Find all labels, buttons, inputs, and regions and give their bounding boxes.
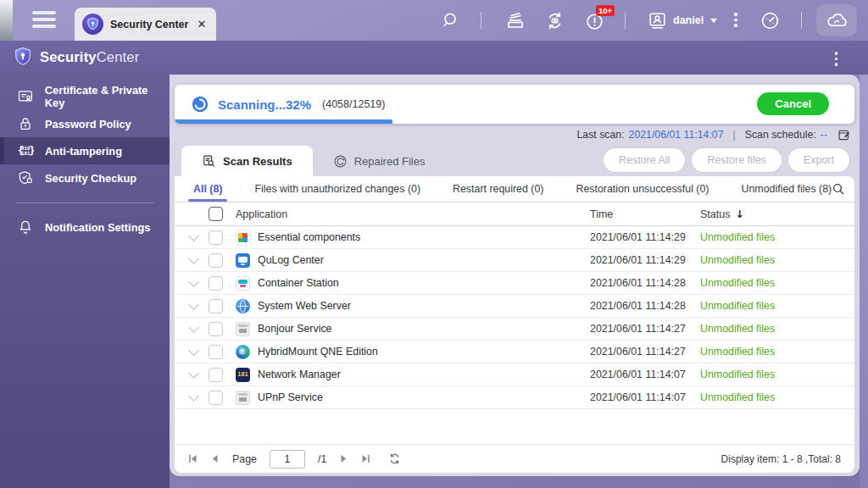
lock-icon [17, 115, 34, 132]
tab-repaired-files[interactable]: Repaired Files [313, 146, 446, 176]
table-row[interactable]: Network Manager 2021/06/01 11:14:07 Unmo… [175, 363, 854, 386]
row-checkbox[interactable] [209, 253, 223, 268]
row-checkbox[interactable] [209, 391, 223, 405]
last-page-icon[interactable] [361, 454, 370, 463]
scan-info-row: Last scan: 2021/06/01 11:14:07 | Scan sc… [577, 128, 851, 141]
sidebar-item-password-policy[interactable]: Password Policy [0, 110, 170, 137]
expand-row-chevron-icon[interactable] [188, 368, 199, 379]
table-search-icon[interactable] [832, 176, 845, 202]
table-empty-space [175, 409, 854, 444]
time-cell: 2021/06/01 11:14:29 [590, 254, 700, 266]
application-cell: UPnP Service [236, 391, 590, 405]
app-icon [236, 253, 250, 268]
row-checkbox[interactable] [209, 299, 223, 313]
expand-row-chevron-icon[interactable] [188, 276, 199, 287]
action-buttons: Restore AllRestore filesExport [604, 148, 854, 176]
tab-scan-results[interactable]: Scan Results [181, 146, 313, 176]
svg-text:010: 010 [21, 146, 31, 151]
application-name: Network Manager [258, 369, 341, 380]
action-button[interactable]: Export [788, 148, 849, 172]
app-icon [236, 276, 250, 291]
sort-desc-icon[interactable]: ↓ [735, 208, 743, 220]
row-checkbox[interactable] [209, 368, 223, 382]
status-cell: Unmodified files [700, 391, 854, 403]
row-checkbox[interactable] [209, 276, 223, 291]
expand-row-chevron-icon[interactable] [188, 253, 199, 264]
expand-row-chevron-icon[interactable] [188, 322, 199, 333]
column-time[interactable]: Time [590, 208, 700, 220]
table-row[interactable]: HybridMount QNE Edition 2021/06/01 11:14… [175, 341, 854, 363]
sidebar-item-anti-tampering[interactable]: { } 010 101 Anti-tampering [0, 137, 170, 164]
select-all-checkbox[interactable] [209, 207, 223, 221]
action-button[interactable]: Restore files [692, 148, 781, 172]
sync-icon[interactable] [544, 10, 565, 31]
user-name[interactable]: daniel [673, 14, 704, 26]
table-row[interactable]: QuLog Center 2021/06/01 11:14:29 Unmodif… [175, 249, 854, 272]
expand-row-chevron-icon[interactable] [188, 391, 199, 402]
row-checkbox[interactable] [209, 345, 223, 359]
filter-tab[interactable]: Unmodified files (8) [742, 176, 832, 202]
close-tab-icon[interactable]: ✕ [197, 18, 206, 30]
row-checkbox[interactable] [209, 230, 223, 245]
sidebar-item-security-checkup[interactable]: Security Checkup [0, 164, 170, 191]
scanning-spinner-icon [192, 96, 209, 113]
application-name: Bonjour Service [258, 323, 331, 335]
application-cell: HybridMount QNE Edition [236, 345, 590, 359]
resource-monitor-icon[interactable] [760, 10, 781, 31]
application-cell: Essential components [236, 230, 590, 245]
row-checkbox[interactable] [209, 322, 223, 336]
column-status[interactable]: Status ↓ [700, 208, 854, 220]
taskbar-divider [481, 12, 481, 29]
page-number-input[interactable] [270, 450, 305, 469]
refresh-icon[interactable] [388, 452, 401, 465]
more-options-icon[interactable] [734, 13, 737, 27]
sidebar-item-notification-settings[interactable]: Notification Settings [0, 214, 170, 241]
taskbar-tab-security-center[interactable]: Security Center ✕ [75, 8, 216, 41]
background-tasks-icon[interactable] [505, 10, 526, 30]
action-button[interactable]: Restore All [604, 148, 685, 172]
app-title: SecurityCenter [40, 49, 139, 65]
filter-tabs: All (8)Files with unauthorized changes (… [175, 176, 854, 202]
user-menu-caret-icon[interactable] [710, 19, 717, 23]
filter-tab[interactable]: Files with unauthorized changes (0) [254, 176, 420, 202]
page-label: Page [232, 453, 257, 465]
edit-schedule-icon[interactable] [837, 128, 851, 141]
column-application[interactable]: Application [236, 208, 590, 220]
time-cell: 2021/06/01 11:14:27 [590, 346, 700, 358]
user-icon[interactable] [647, 10, 668, 31]
expand-row-chevron-icon[interactable] [188, 345, 199, 356]
filter-tab[interactable]: Restoration unsuccessful (0) [576, 176, 709, 202]
filter-tab[interactable]: All (8) [193, 176, 222, 202]
sidebar-divider [15, 202, 154, 203]
time-cell: 2021/06/01 11:14:28 [590, 300, 700, 312]
table-body: Essential components 2021/06/01 11:14:29… [175, 226, 854, 409]
filter-tab[interactable]: Restart required (0) [453, 176, 543, 202]
table-row[interactable]: Container Station 2021/06/01 11:14:28 Un… [175, 272, 854, 295]
table-row[interactable]: UPnP Service 2021/06/01 11:14:07 Unmodif… [175, 386, 854, 409]
next-page-icon[interactable] [339, 454, 348, 463]
table-row[interactable]: Essential components 2021/06/01 11:14:29… [175, 226, 854, 249]
event-notifications-icon[interactable]: 10+ [584, 10, 605, 31]
pagination-bar: Page /1 Display item: 1 - 8 ,Total: 8 [175, 444, 854, 473]
sidebar-item-certificate[interactable]: Certificate & Private Key [0, 83, 170, 110]
window-menu-icon[interactable] [835, 52, 838, 66]
table-row[interactable]: Bonjour Service 2021/06/01 11:14:27 Unmo… [175, 318, 854, 341]
time-cell: 2021/06/01 11:14:28 [590, 277, 700, 289]
expand-row-chevron-icon[interactable] [188, 299, 199, 310]
sidebar: Certificate & Private Key Password Polic… [0, 75, 170, 488]
cloud-service-button[interactable] [816, 4, 857, 36]
scan-schedule-label: Scan schedule: [745, 129, 816, 141]
application-cell: Container Station [236, 276, 590, 291]
expand-row-chevron-icon[interactable] [188, 230, 199, 241]
table-row[interactable]: System Web Server 2021/06/01 11:14:28 Un… [175, 295, 854, 318]
search-icon[interactable] [442, 11, 460, 30]
status-cell: Unmodified files [700, 323, 854, 335]
cancel-button[interactable]: Cancel [757, 92, 829, 115]
application-name: HybridMount QNE Edition [258, 346, 378, 358]
main-menu-button[interactable] [32, 11, 56, 28]
previous-page-icon[interactable] [210, 454, 220, 463]
sidebar-item-label: Security Checkup [45, 172, 136, 185]
application-cell: System Web Server [236, 299, 590, 313]
first-page-icon[interactable] [188, 454, 198, 463]
repaired-files-icon [333, 154, 348, 169]
